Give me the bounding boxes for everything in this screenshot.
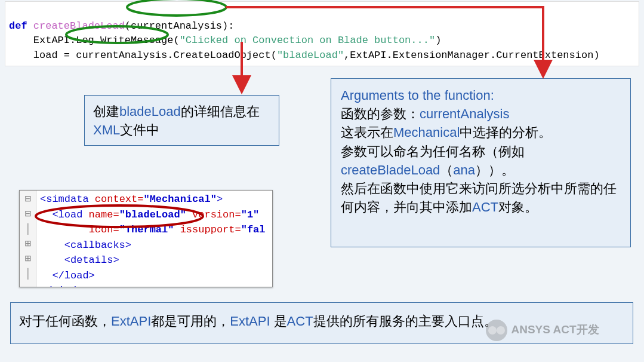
- b3-t5: 是: [274, 314, 287, 329]
- b2-l3a: 这表示在: [341, 125, 393, 140]
- line3-mid: currentAnalysis.: [76, 50, 173, 61]
- b3-t6: ACT: [287, 314, 313, 329]
- watermark-text: ANSYS ACT开发: [511, 323, 599, 336]
- arg-name: currentAnalysis: [131, 20, 222, 32]
- b1-t4: XML: [93, 122, 120, 137]
- line2-string: "Clicked on Convection on Blade button..…: [180, 35, 435, 46]
- b3-t4: ExtAPI: [230, 314, 273, 329]
- line2-pre: ExtAPI.Log.WriteMessage(: [9, 35, 180, 46]
- xml-code-block: ⊟⊟│⊞⊞│ <simdata context="Mechanical"> <l…: [19, 190, 273, 287]
- b2-l2a: 函数的参数：: [341, 106, 420, 121]
- line3-call: CreateLoadObject(: [173, 50, 276, 61]
- line3-string: "bladeLoad": [277, 50, 344, 61]
- line2-post: ): [435, 35, 441, 46]
- b2-l3c: 中选择的分析。: [460, 125, 551, 140]
- b2-l2b: currentAnalysis: [420, 106, 509, 121]
- b3-t1: 对于任何函数，: [19, 314, 111, 329]
- function-name: createBladeLoad: [33, 20, 125, 32]
- b1-t1: 创建: [93, 104, 119, 119]
- wechat-icon: [486, 320, 507, 341]
- xml-lines: <simdata context="Mechanical"> <load nam…: [20, 191, 272, 287]
- box-xml-info: 创建bladeLoad的详细信息在 XML文件中: [84, 95, 279, 146]
- python-code-block: def createBladeLoad(currentAnalysis): Ex…: [5, 1, 639, 66]
- b3-t2: ExtAPI: [111, 314, 151, 329]
- b2-l3b: Mechanical: [393, 125, 460, 140]
- b2-l5a: createBladeLoad: [341, 162, 440, 177]
- b2-l5d: ））。: [475, 162, 514, 177]
- b2-l7b: 对象。: [498, 200, 538, 214]
- b1-t2: bladeLoad: [119, 104, 181, 119]
- b2-title: Arguments to the function:: [341, 88, 494, 103]
- b2-l4: 参数可以命名为任何名称（例如: [341, 144, 525, 159]
- watermark: ANSYS ACT开发: [477, 320, 608, 341]
- b2-l5b: （: [440, 162, 453, 177]
- keyword-def: def: [9, 20, 27, 32]
- line3-rest: ,ExtAPI.ExtensionManager.CurrentExtensio…: [344, 50, 599, 61]
- b3-t7: 提供的所有服务的主要入口点。: [313, 314, 497, 329]
- line3-pre: load =: [9, 50, 76, 61]
- b1-t3: 的详细信息在: [181, 104, 260, 119]
- box-arguments: Arguments to the function: 函数的参数：current…: [331, 78, 631, 247]
- b1-t5: 文件中: [120, 122, 159, 137]
- b3-t3: 都是可用的，: [151, 314, 230, 329]
- colon: :: [228, 20, 234, 32]
- b2-l5c: ana: [453, 162, 475, 177]
- xml-gutter: ⊟⊟│⊞⊞│: [20, 191, 36, 287]
- b2-l7a: ACT: [472, 200, 498, 214]
